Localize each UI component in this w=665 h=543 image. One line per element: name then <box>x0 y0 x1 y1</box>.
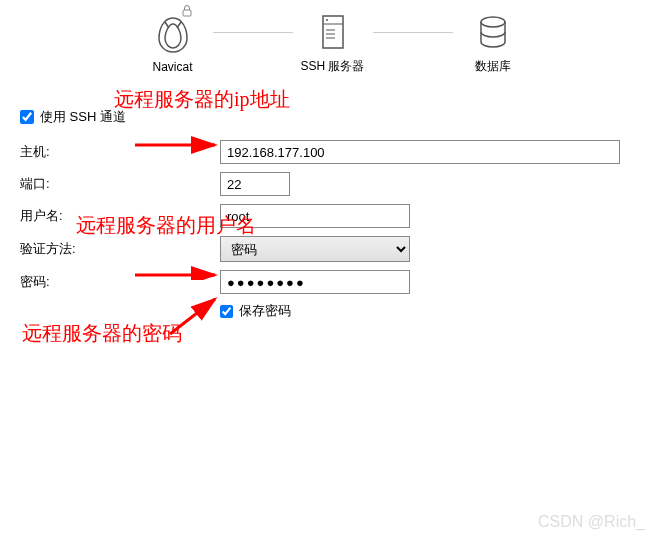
use-ssh-row: 使用 SSH 通道 <box>20 108 640 126</box>
svg-point-7 <box>481 17 505 27</box>
arrow-icon <box>130 130 230 160</box>
watermark: CSDN @Rich_ <box>538 513 645 531</box>
ssh-label: SSH 服务器 <box>300 58 364 75</box>
save-password-label: 保存密码 <box>239 302 291 320</box>
auth-row: 验证方法: 密码 <box>20 236 640 262</box>
navicat-step: Navicat <box>133 12 213 74</box>
arrow-icon <box>130 250 230 280</box>
port-input[interactable] <box>220 172 290 196</box>
host-input[interactable] <box>220 140 620 164</box>
database-icon <box>471 10 515 54</box>
connector-line <box>213 32 293 33</box>
connection-diagram: Navicat SSH 服务器 数据库 <box>0 0 665 75</box>
server-icon <box>311 10 355 54</box>
port-label: 端口: <box>20 175 220 193</box>
navicat-label: Navicat <box>152 60 192 74</box>
use-ssh-checkbox[interactable] <box>20 110 34 124</box>
ssh-step: SSH 服务器 <box>293 10 373 75</box>
annotation-pass: 远程服务器的密码 <box>22 320 182 347</box>
host-row: 主机: <box>20 140 640 164</box>
password-input[interactable] <box>220 270 410 294</box>
database-label: 数据库 <box>475 58 511 75</box>
svg-rect-0 <box>183 10 191 16</box>
save-password-row: 保存密码 <box>220 302 640 320</box>
auth-select[interactable]: 密码 <box>220 236 410 262</box>
annotation-user: 远程服务器的用户名 <box>76 212 256 239</box>
database-step: 数据库 <box>453 10 533 75</box>
svg-rect-1 <box>323 16 343 48</box>
svg-point-3 <box>326 19 328 21</box>
arrow-icon <box>165 294 225 344</box>
password-row: 密码: <box>20 270 640 294</box>
connector-line <box>373 32 453 33</box>
svg-line-10 <box>170 299 215 334</box>
lock-icon <box>180 4 194 21</box>
port-row: 端口: <box>20 172 640 196</box>
annotation-ip: 远程服务器的ip地址 <box>114 86 290 113</box>
